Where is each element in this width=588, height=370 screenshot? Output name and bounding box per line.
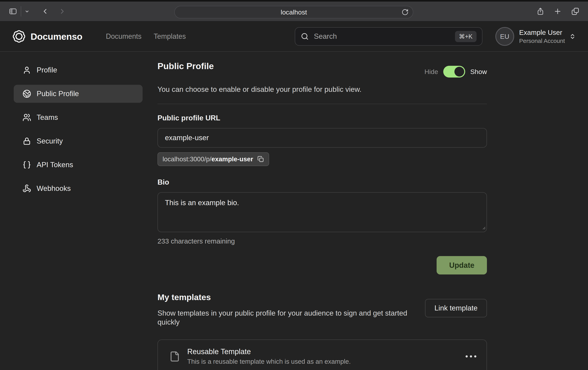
url-field-label: Public profile URL bbox=[158, 114, 487, 122]
profile-url-slug: example-user bbox=[211, 155, 253, 163]
user-account-type: Personal Account bbox=[519, 38, 565, 44]
section-divider bbox=[158, 104, 487, 104]
update-button[interactable]: Update bbox=[437, 256, 487, 275]
bio-textarea[interactable]: This is an example bio. bbox=[158, 192, 487, 232]
search-input[interactable]: Search ⌘+K bbox=[295, 27, 483, 46]
braces-icon bbox=[22, 161, 31, 169]
template-description: This is a reusable template which is use… bbox=[187, 358, 351, 365]
address-bar-url: localhost bbox=[281, 8, 307, 16]
new-tab-icon[interactable] bbox=[554, 7, 562, 15]
refresh-icon[interactable] bbox=[401, 9, 409, 16]
chevrons-up-down-icon bbox=[569, 33, 576, 40]
page-description: You can choose to enable or disable your… bbox=[158, 85, 487, 93]
main-content: Public Profile Hide Show You can choose … bbox=[158, 52, 487, 370]
profile-visibility-toggle-row: Hide Show bbox=[424, 66, 487, 78]
copy-icon[interactable] bbox=[257, 156, 264, 163]
settings-sidebar: Profile Public Profile Teams Security bbox=[0, 52, 158, 203]
sidebar-item-security[interactable]: Security bbox=[14, 132, 143, 150]
app-window: localhost Documen bbox=[0, 0, 588, 370]
brand-name: Documenso bbox=[31, 31, 83, 42]
link-template-button[interactable]: Link template bbox=[425, 299, 487, 317]
template-actions-menu[interactable] bbox=[466, 355, 476, 358]
tab-overview-icon[interactable] bbox=[571, 7, 580, 16]
template-name: Reusable Template bbox=[187, 348, 351, 356]
page-title: Public Profile bbox=[158, 61, 214, 71]
profile-url-prefix: localhost:3000/p/ bbox=[163, 155, 211, 163]
nav-documents[interactable]: Documents bbox=[106, 32, 142, 41]
sidebar-item-profile[interactable]: Profile bbox=[14, 61, 143, 79]
chevron-down-icon[interactable] bbox=[24, 9, 30, 14]
user-icon bbox=[22, 66, 31, 74]
forward-button[interactable] bbox=[58, 7, 66, 16]
search-shortcut-badge: ⌘+K bbox=[455, 31, 477, 42]
webhook-icon bbox=[22, 184, 31, 193]
toggle-hide-label: Hide bbox=[424, 68, 438, 76]
avatar: EU bbox=[495, 27, 514, 46]
brand[interactable]: Documenso bbox=[12, 30, 83, 43]
nav-templates[interactable]: Templates bbox=[154, 32, 186, 41]
bio-field-label: Bio bbox=[158, 178, 487, 186]
profile-visibility-switch[interactable] bbox=[443, 66, 465, 78]
share-icon[interactable] bbox=[536, 7, 545, 16]
toolbar-divider bbox=[21, 6, 21, 16]
sidebar-item-public-profile[interactable]: Public Profile bbox=[14, 85, 143, 103]
characters-remaining: 233 characters remaining bbox=[158, 237, 487, 245]
address-bar[interactable]: localhost bbox=[174, 6, 413, 18]
toggle-show-label: Show bbox=[470, 68, 487, 76]
sidebar-item-api-tokens[interactable]: API Tokens bbox=[14, 156, 143, 174]
globe-icon bbox=[22, 90, 31, 98]
sidebar-item-teams[interactable]: Teams bbox=[14, 108, 143, 126]
templates-section-description: Show templates in your public profile fo… bbox=[158, 309, 418, 327]
browser-chrome: localhost bbox=[0, 0, 588, 21]
templates-section-title: My templates bbox=[158, 292, 418, 302]
user-name: Example User bbox=[519, 29, 565, 36]
sidebar-toggle-icon[interactable] bbox=[8, 7, 18, 16]
search-icon bbox=[301, 32, 309, 41]
lock-icon bbox=[22, 137, 31, 145]
resize-grip-icon[interactable] bbox=[481, 225, 486, 231]
switch-knob bbox=[454, 67, 464, 77]
public-profile-url-input[interactable] bbox=[158, 128, 487, 148]
back-button[interactable] bbox=[41, 7, 49, 16]
file-icon bbox=[169, 350, 180, 363]
app-header: Documenso Documents Templates Search ⌘+K… bbox=[0, 21, 588, 52]
search-placeholder: Search bbox=[314, 32, 337, 41]
documenso-logo-icon bbox=[12, 30, 26, 43]
profile-url-preview: localhost:3000/p/example-user bbox=[158, 152, 269, 166]
users-icon bbox=[22, 113, 31, 122]
sidebar-item-webhooks[interactable]: Webhooks bbox=[14, 180, 143, 197]
template-list-item[interactable]: Reusable Template This is a reusable tem… bbox=[158, 339, 487, 370]
top-nav: Documents Templates bbox=[106, 32, 186, 41]
user-menu[interactable]: EU Example User Personal Account bbox=[495, 27, 576, 46]
